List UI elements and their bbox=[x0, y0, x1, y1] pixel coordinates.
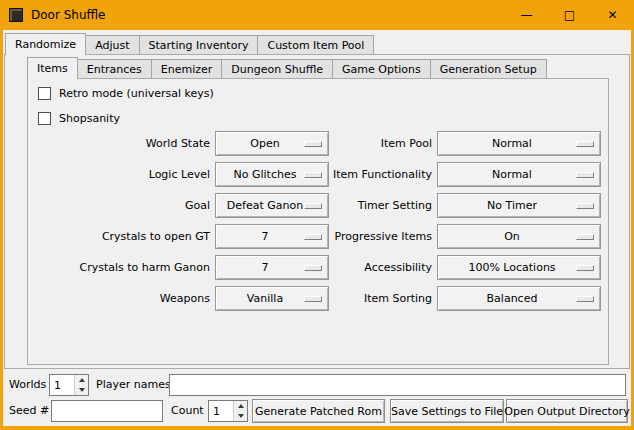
weapons-label: Weapons bbox=[28, 286, 210, 311]
save-settings-button[interactable]: Save Settings to File bbox=[390, 399, 504, 423]
maximize-button[interactable]: □ bbox=[548, 0, 591, 30]
seed-input[interactable] bbox=[51, 400, 163, 422]
tab-items[interactable]: Items bbox=[27, 57, 78, 79]
dropdown-indicator-icon bbox=[576, 296, 594, 302]
tab-starting-inventory[interactable]: Starting Inventory bbox=[140, 35, 259, 54]
item-sorting-label: Item Sorting bbox=[318, 286, 432, 311]
logic-level-label: Logic Level bbox=[28, 162, 210, 187]
dropdown-indicator-icon bbox=[576, 203, 594, 209]
shopsanity-checkbox[interactable]: Shopsanity bbox=[38, 112, 120, 125]
worlds-label: Worlds bbox=[9, 374, 46, 396]
minimize-button[interactable]: — bbox=[505, 0, 548, 30]
worlds-input[interactable] bbox=[50, 375, 74, 395]
inner-tabbar: Items Entrances Enemizer Dungeon Shuffle… bbox=[27, 57, 547, 78]
dropdown-indicator-icon bbox=[576, 265, 594, 271]
item-functionality-dropdown[interactable]: Normal bbox=[437, 162, 601, 187]
generate-patched-rom-button[interactable]: Generate Patched Rom bbox=[252, 399, 385, 423]
app-icon bbox=[9, 8, 23, 22]
progressive-items-label: Progressive Items bbox=[318, 224, 432, 249]
tab-entrances[interactable]: Entrances bbox=[78, 59, 152, 78]
crystals-harm-ganon-dropdown[interactable]: 7 bbox=[215, 255, 329, 280]
open-output-directory-button[interactable]: Open Output Directory bbox=[506, 399, 628, 423]
crystals-open-gt-dropdown[interactable]: 7 bbox=[215, 224, 329, 249]
count-spinner[interactable] bbox=[208, 400, 248, 422]
spinner-buttons bbox=[233, 401, 247, 421]
world-state-dropdown[interactable]: Open bbox=[215, 131, 329, 156]
seed-label: Seed # bbox=[9, 400, 49, 422]
dropdown-indicator-icon bbox=[576, 172, 594, 178]
accessibility-dropdown[interactable]: 100% Locations bbox=[437, 255, 601, 280]
count-input[interactable] bbox=[209, 401, 233, 421]
tab-generation-setup[interactable]: Generation Setup bbox=[431, 59, 547, 78]
dropdown-indicator-icon bbox=[576, 234, 594, 240]
tab-custom-item-pool[interactable]: Custom Item Pool bbox=[258, 35, 374, 54]
timer-setting-label: Timer Setting bbox=[318, 193, 432, 218]
player-names-label: Player names bbox=[96, 374, 171, 396]
retro-mode-checkbox[interactable]: Retro mode (universal keys) bbox=[38, 87, 214, 100]
item-pool-dropdown[interactable]: Normal bbox=[437, 131, 601, 156]
items-pane: Retro mode (universal keys) Shopsanity W… bbox=[27, 78, 609, 365]
logic-level-dropdown[interactable]: No Glitches bbox=[215, 162, 329, 187]
worlds-spinner[interactable] bbox=[49, 374, 89, 396]
weapons-dropdown[interactable]: Vanilla bbox=[215, 286, 329, 311]
tab-dungeon-shuffle[interactable]: Dungeon Shuffle bbox=[222, 59, 333, 78]
retro-mode-label: Retro mode (universal keys) bbox=[59, 87, 214, 100]
window-content: Randomize Adjust Starting Inventory Cust… bbox=[3, 30, 631, 426]
checkbox-icon[interactable] bbox=[38, 87, 51, 100]
spin-up-icon[interactable] bbox=[75, 375, 88, 385]
close-button[interactable]: ✕ bbox=[591, 0, 634, 30]
item-functionality-label: Item Functionality bbox=[318, 162, 432, 187]
player-names-input[interactable] bbox=[169, 374, 626, 396]
count-label: Count bbox=[171, 400, 204, 422]
crystals-open-gt-label: Crystals to open GT bbox=[28, 224, 210, 249]
progressive-items-dropdown[interactable]: On bbox=[437, 224, 601, 249]
item-sorting-dropdown[interactable]: Balanced bbox=[437, 286, 601, 311]
shopsanity-label: Shopsanity bbox=[59, 112, 120, 125]
tab-adjust[interactable]: Adjust bbox=[86, 35, 139, 54]
tab-enemizer[interactable]: Enemizer bbox=[152, 59, 223, 78]
tab-randomize[interactable]: Randomize bbox=[5, 33, 86, 55]
titlebar: Door Shuffle — □ ✕ bbox=[0, 0, 634, 30]
item-pool-label: Item Pool bbox=[318, 131, 432, 156]
door-shuffle-window: Door Shuffle — □ ✕ Randomize Adjust Star… bbox=[0, 0, 634, 430]
spinner-buttons bbox=[74, 375, 88, 395]
dropdown-indicator-icon bbox=[576, 141, 594, 147]
checkbox-icon[interactable] bbox=[38, 112, 51, 125]
spin-down-icon[interactable] bbox=[234, 411, 247, 421]
goal-label: Goal bbox=[28, 193, 210, 218]
spin-up-icon[interactable] bbox=[234, 401, 247, 411]
window-title: Door Shuffle bbox=[31, 8, 105, 22]
world-state-label: World State bbox=[28, 131, 210, 156]
timer-setting-dropdown[interactable]: No Timer bbox=[437, 193, 601, 218]
crystals-harm-ganon-label: Crystals to harm Ganon bbox=[28, 255, 210, 280]
tab-game-options[interactable]: Game Options bbox=[333, 59, 431, 78]
outer-tabbar: Randomize Adjust Starting Inventory Cust… bbox=[5, 32, 374, 54]
window-controls: — □ ✕ bbox=[505, 0, 634, 30]
goal-dropdown[interactable]: Defeat Ganon bbox=[215, 193, 329, 218]
accessibility-label: Accessibility bbox=[318, 255, 432, 280]
spin-down-icon[interactable] bbox=[75, 385, 88, 395]
